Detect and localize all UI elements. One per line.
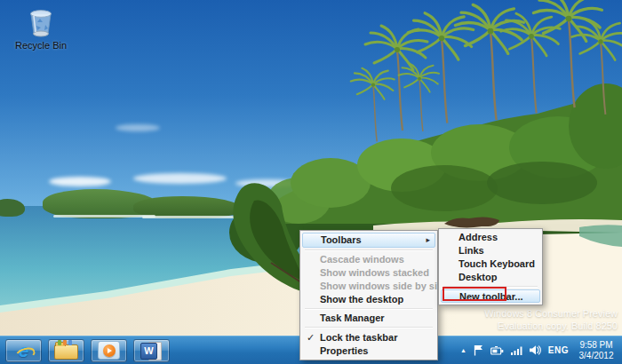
menu-separator: [305, 308, 433, 310]
recycle-bin-icon: [26, 7, 56, 39]
recycle-bin-label: Recycle Bin: [12, 40, 69, 51]
toolbars-submenu: Address Links Touch Keyboard Desktop New…: [438, 228, 543, 305]
submenu-arrow-icon: ▸: [426, 233, 430, 247]
distant-island: [133, 196, 242, 218]
distant-shoreline: [151, 210, 435, 217]
menu-item-task-manager[interactable]: Task Manager: [302, 312, 435, 325]
word-button[interactable]: W: [133, 339, 170, 362]
submenu-item-desktop[interactable]: Desktop: [441, 271, 540, 284]
language-indicator[interactable]: ENG: [548, 345, 569, 355]
watermark-line2: Evaluation copy. Build 8250: [484, 320, 618, 332]
recycle-bin[interactable]: Recycle Bin: [12, 7, 69, 51]
submenu-item-links[interactable]: Links: [441, 244, 540, 257]
red-annotation-box: [443, 287, 506, 301]
speaker-volume-icon[interactable]: [530, 345, 541, 355]
network-signal-icon[interactable]: [511, 346, 522, 355]
media-player-icon: [98, 341, 120, 360]
word-letter: W: [140, 343, 157, 360]
cloud: [133, 173, 227, 184]
word-icon: W: [140, 342, 163, 360]
taskbar-context-menu: Toolbars ▸ Cascade windows Show windows …: [299, 230, 438, 360]
distant-island-beach: [53, 215, 156, 218]
menu-item-lock-the-taskbar[interactable]: ✓ Lock the taskbar: [302, 330, 435, 344]
menu-separator: [305, 249, 433, 251]
menu-item-show-windows-side-by-side: Show windows side by side: [302, 280, 435, 293]
cloud: [235, 179, 298, 187]
menu-item-toolbars[interactable]: Toolbars ▸: [302, 233, 435, 248]
menu-item-show-windows-stacked: Show windows stacked: [302, 266, 435, 280]
distant-island: [43, 189, 158, 218]
battery-power-icon[interactable]: [490, 346, 504, 355]
taskbar-clock[interactable]: 9:58 PM 3/4/2012: [576, 340, 617, 360]
submenu-item-touch-keyboard[interactable]: Touch Keyboard: [441, 257, 540, 271]
menu-item-show-the-desktop[interactable]: Show the desktop: [302, 293, 435, 306]
evaluation-watermark: Windows 8 Consumer Preview Evaluation co…: [484, 307, 618, 332]
wallpaper-sky: [0, 0, 622, 213]
file-explorer-icon: [54, 344, 78, 360]
distant-island: [0, 199, 25, 217]
media-player-button[interactable]: [91, 339, 127, 362]
menu-item-cascade-windows: Cascade windows: [302, 253, 435, 266]
cloud: [116, 124, 160, 131]
submenu-item-address[interactable]: Address: [441, 231, 540, 244]
watermark-line1: Windows 8 Consumer Preview: [484, 307, 618, 320]
ie-swoosh-icon: [13, 344, 36, 362]
clock-date: 3/4/2012: [576, 351, 617, 361]
cloud: [49, 177, 111, 186]
file-explorer-button[interactable]: [48, 339, 84, 362]
menu-separator: [305, 327, 433, 328]
play-icon: [108, 348, 112, 353]
checkmark-icon: ✓: [307, 330, 315, 344]
clock-time: 9:58 PM: [576, 340, 617, 351]
desktop[interactable]: Recycle Bin Windows 8 Consumer Preview E…: [0, 0, 622, 364]
tray-expand-icon[interactable]: ▲: [460, 346, 466, 354]
distant-island-beach: [142, 216, 235, 218]
system-tray: ▲ ENG 9:58 PM: [460, 340, 617, 360]
menu-item-properties[interactable]: Properties: [302, 344, 435, 358]
taskbar-pinned-apps: e W: [5, 339, 170, 362]
internet-explorer-button[interactable]: e: [5, 339, 42, 362]
action-center-flag-icon[interactable]: [474, 344, 483, 356]
